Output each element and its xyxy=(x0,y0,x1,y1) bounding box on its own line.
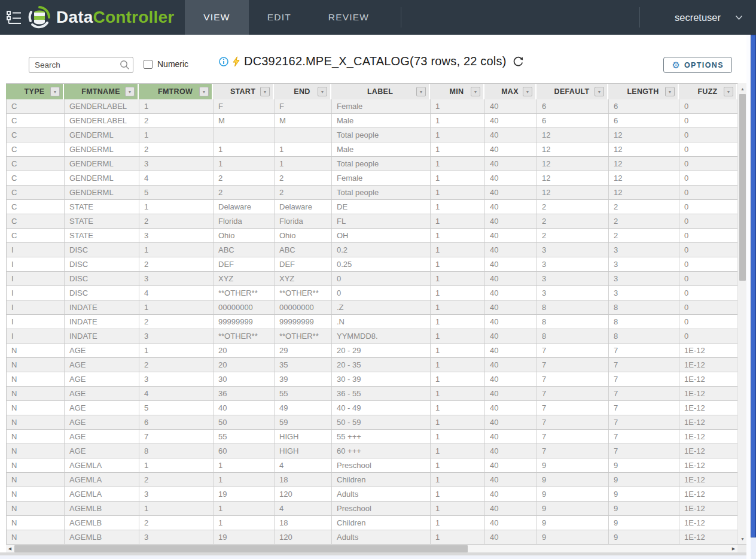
filter-icon[interactable]: ▼ xyxy=(523,87,532,96)
filter-icon[interactable]: ▼ xyxy=(724,87,733,96)
cell: 9 xyxy=(609,516,679,530)
filter-icon[interactable]: ▼ xyxy=(318,87,327,96)
cell: 12 xyxy=(609,128,679,142)
cell: 40 xyxy=(485,444,537,458)
column-header-end[interactable]: END▼ xyxy=(274,84,331,99)
filter-icon[interactable]: ▼ xyxy=(595,87,604,96)
cell: 40 xyxy=(485,171,537,185)
cell: N xyxy=(7,516,65,530)
cell: 1 xyxy=(431,257,485,271)
chevron-down-icon xyxy=(735,15,743,20)
filter-icon[interactable]: ▼ xyxy=(199,87,209,96)
cell: 1 xyxy=(431,243,485,257)
column-header-label[interactable]: LABEL▼ xyxy=(331,84,430,99)
cell: 1 xyxy=(431,329,485,343)
tab-edit[interactable]: EDIT xyxy=(249,0,310,35)
table-row: NAGE3303930 - 39140771E-12 xyxy=(7,372,746,387)
scroll-right-icon[interactable]: ▶ xyxy=(730,545,737,553)
filter-icon[interactable]: ▼ xyxy=(260,87,270,96)
column-header-length[interactable]: LENGTH▼ xyxy=(608,84,679,99)
refresh-icon[interactable] xyxy=(513,56,524,67)
column-header-start[interactable]: START▼ xyxy=(213,84,274,99)
column-header-max[interactable]: MAX▼ xyxy=(484,84,536,99)
cell: 12 xyxy=(537,157,609,171)
tab-review[interactable]: REVIEW xyxy=(310,0,388,35)
cell: GENDERML xyxy=(65,171,139,185)
cell: 40 xyxy=(485,257,537,271)
filter-icon[interactable]: ▼ xyxy=(50,87,60,96)
lightning-bolt-icon[interactable] xyxy=(233,56,240,67)
numeric-checkbox[interactable] xyxy=(144,60,153,69)
vertical-scrollbar[interactable]: ▲ ▼ xyxy=(737,83,746,544)
horizontal-scroll-thumb[interactable] xyxy=(14,545,468,552)
cell: DISC xyxy=(65,272,139,285)
filter-icon[interactable]: ▼ xyxy=(416,87,426,96)
cell: 00000000 xyxy=(275,300,332,314)
column-header-fuzz[interactable]: FUZZ▼ xyxy=(679,84,737,99)
cell: AGE xyxy=(65,401,139,415)
table-row: CGENDERML522Total people14012120 xyxy=(7,186,746,200)
cell: 1 xyxy=(139,344,214,357)
options-button[interactable]: ⚙ OPTIONS xyxy=(663,57,732,73)
user-menu[interactable]: secretuser xyxy=(639,0,756,35)
scroll-left-icon[interactable]: ◀ xyxy=(6,545,14,553)
cell: .N xyxy=(332,315,431,329)
cell: 59 xyxy=(275,415,332,429)
cell: N xyxy=(7,430,65,443)
page-bottom-margin xyxy=(0,555,751,559)
column-label: MAX xyxy=(501,87,519,96)
cell: 39 xyxy=(275,372,332,386)
cell: 0 xyxy=(679,272,738,285)
page-scrollbar[interactable] xyxy=(751,35,756,559)
tab-view[interactable]: VIEW xyxy=(185,0,248,35)
cell: 40 xyxy=(485,99,537,113)
cell: 3 xyxy=(139,372,214,386)
cell: C xyxy=(7,229,65,242)
filter-icon[interactable]: ▼ xyxy=(665,87,675,96)
cell: 40 - 49 xyxy=(332,401,431,415)
column-label: DEFAULT xyxy=(554,87,590,96)
horizontal-scrollbar[interactable]: ◀ ▶ xyxy=(6,545,737,553)
tree-menu-icon[interactable] xyxy=(0,0,28,35)
cell: 55 xyxy=(214,430,275,443)
page-scroll-thumb[interactable] xyxy=(751,35,756,537)
table-row: CGENDERML1Total people14012120 xyxy=(7,128,746,142)
cell: 1 xyxy=(431,286,485,300)
cell: 8 xyxy=(537,329,609,343)
filter-icon[interactable]: ▼ xyxy=(471,87,480,96)
column-header-fmtrow[interactable]: FMTROW▼ xyxy=(139,84,213,99)
table-header-row: TYPE▼FMTNAME▼FMTROW▼START▼END▼LABEL▼MIN▼… xyxy=(6,83,746,99)
filter-icon[interactable]: ▼ xyxy=(125,87,135,96)
column-header-type[interactable]: TYPE▼ xyxy=(6,84,64,99)
table-row: NAGEMLA319120Adults140991E-12 xyxy=(7,487,746,502)
cell: GENDERML xyxy=(65,142,139,156)
column-header-default[interactable]: DEFAULT▼ xyxy=(536,84,608,99)
cell: 0 xyxy=(679,243,738,257)
column-label: FMTROW xyxy=(158,87,193,96)
info-icon[interactable] xyxy=(219,57,228,66)
cell: INDATE xyxy=(65,300,139,314)
cell: 0 xyxy=(679,171,738,185)
cell: 1E-12 xyxy=(679,430,738,443)
table-row: IDISC3XYZXYZ0140330 xyxy=(7,272,746,286)
cell: 12 xyxy=(537,171,609,185)
cell: 30 xyxy=(214,372,275,386)
cell: 3 xyxy=(537,243,609,257)
scroll-down-icon[interactable]: ▼ xyxy=(738,534,747,543)
cell: 3 xyxy=(139,530,214,544)
cell: I xyxy=(7,257,65,271)
search-input[interactable] xyxy=(29,57,133,73)
column-header-min[interactable]: MIN▼ xyxy=(430,84,484,99)
cell: 9 xyxy=(609,502,679,515)
app-logo[interactable]: DataController xyxy=(28,5,185,29)
cell: 20 xyxy=(214,344,275,357)
cell: 19 xyxy=(214,530,275,544)
cell: 40 xyxy=(485,114,537,127)
vertical-scroll-thumb[interactable] xyxy=(739,94,746,281)
scroll-up-icon[interactable]: ▲ xyxy=(738,84,747,93)
table-row: CGENDERML422Female14012120 xyxy=(7,171,746,186)
cell: 1E-12 xyxy=(679,401,738,415)
user-divider xyxy=(639,7,640,28)
cell: 2 xyxy=(214,171,275,185)
column-header-fmtname[interactable]: FMTNAME▼ xyxy=(64,84,139,99)
